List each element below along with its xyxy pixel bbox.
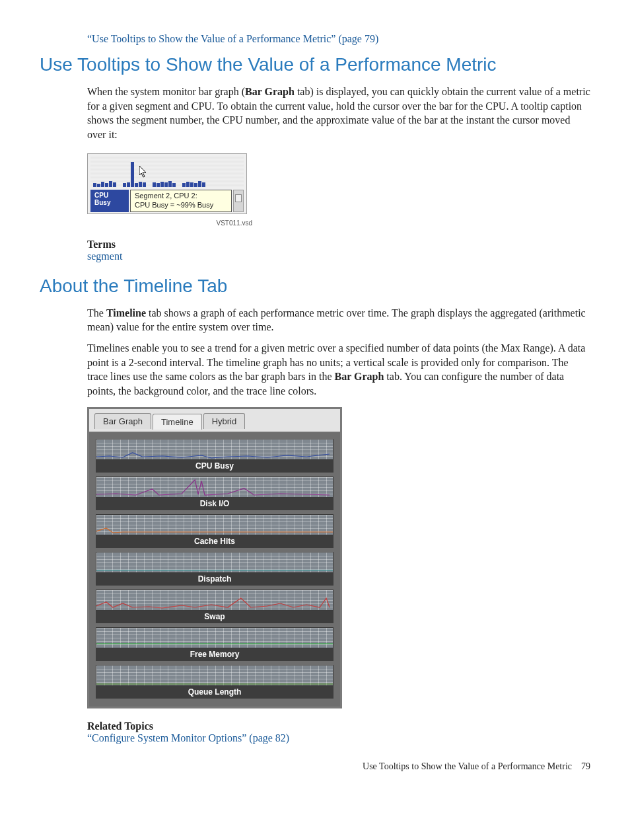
metric-cpu-busy: CPU Busy — [96, 439, 333, 473]
metric-label-cache-hits: Cache Hits — [96, 535, 333, 548]
p1-post: tab shows a graph of each performance me… — [87, 307, 586, 333]
timeline-window: Bar Graph Timeline Hybrid CPU Busy Disk … — [87, 407, 342, 708]
metric-label-queue-length: Queue Length — [96, 686, 333, 699]
terms-block: Terms segment — [87, 239, 590, 262]
metric-label-disk-io: Disk I/O — [96, 498, 333, 510]
metric-dispatch: Dispatch — [96, 552, 333, 586]
page-footer: Use Tooltips to Show the Value of a Perf… — [40, 761, 590, 772]
metric-free-memory: Free Memory — [96, 627, 333, 661]
scrollbar-stub[interactable] — [233, 190, 244, 212]
related-heading: Related Topics — [87, 720, 590, 732]
cpu-busy-label: CPU Busy — [90, 190, 129, 212]
cursor-arrow-icon — [139, 166, 147, 178]
figure-caption: VST011.vsd — [87, 219, 252, 227]
section2-paragraph2: Timelines enable you to see a trend for … — [87, 341, 590, 398]
terms-heading: Terms — [87, 239, 590, 250]
metric-queue-length: Queue Length — [96, 665, 333, 699]
section2-paragraph1: The Timeline tab shows a graph of each p… — [87, 306, 590, 334]
metric-label-cpu-busy: CPU Busy — [96, 460, 333, 473]
metrics-area: CPU Busy Disk I/O Cache Hits Dispatch Sw… — [89, 432, 340, 706]
tabs-row: Bar Graph Timeline Hybrid — [89, 409, 340, 432]
section1-paragraph: When the system monitor bar graph (Bar G… — [87, 85, 590, 141]
section-heading-tooltips: Use Tooltips to Show the Value of a Perf… — [40, 54, 590, 75]
metric-label-dispatch: Dispatch — [96, 573, 333, 586]
related-topics: Related Topics “Configure System Monitor… — [87, 720, 590, 744]
tooltip-line1: Segment 2, CPU 2: — [135, 192, 227, 201]
related-link-configure[interactable]: “Configure System Monitor Options” (page… — [87, 732, 590, 744]
metric-disk-io: Disk I/O — [96, 477, 333, 510]
metric-label-swap: Swap — [96, 611, 333, 623]
footer-title: Use Tooltips to Show the Value of a Perf… — [363, 761, 572, 772]
figure-timeline-tab: Bar Graph Timeline Hybrid CPU Busy Disk … — [87, 407, 590, 708]
metric-swap: Swap — [96, 590, 333, 623]
tooltip-caption: Segment 2, CPU 2: CPU Busy = ~99% Busy — [130, 190, 232, 212]
text-bold-bargraph: Bar Graph — [245, 86, 295, 97]
p1-pre: The — [87, 307, 106, 319]
tooltip-line2: CPU Busy = ~99% Busy — [135, 201, 227, 210]
tab-timeline[interactable]: Timeline — [153, 414, 202, 430]
section-heading-timeline: About the Timeline Tab — [40, 276, 590, 297]
bargraph-window: CPU Busy Segment 2, CPU 2: CPU Busy = ~9… — [87, 153, 247, 214]
metric-cache-hits: Cache Hits — [96, 514, 333, 548]
p1-bold: Timeline — [106, 307, 146, 319]
tab-bargraph[interactable]: Bar Graph — [94, 413, 151, 429]
p2-bold: Bar Graph — [335, 371, 384, 382]
tab-hybrid[interactable]: Hybrid — [203, 413, 246, 429]
terms-link-segment[interactable]: segment — [87, 250, 590, 262]
metric-label-free-memory: Free Memory — [96, 648, 333, 661]
figure-bargraph-tooltip: CPU Busy Segment 2, CPU 2: CPU Busy = ~9… — [87, 153, 590, 214]
footer-page-number: 79 — [581, 761, 590, 772]
text-pre: When the system monitor bar graph ( — [87, 86, 245, 97]
crossref-link-top[interactable]: “Use Tooltips to Show the Value of a Per… — [87, 33, 590, 45]
bargraph-bars — [90, 157, 244, 187]
